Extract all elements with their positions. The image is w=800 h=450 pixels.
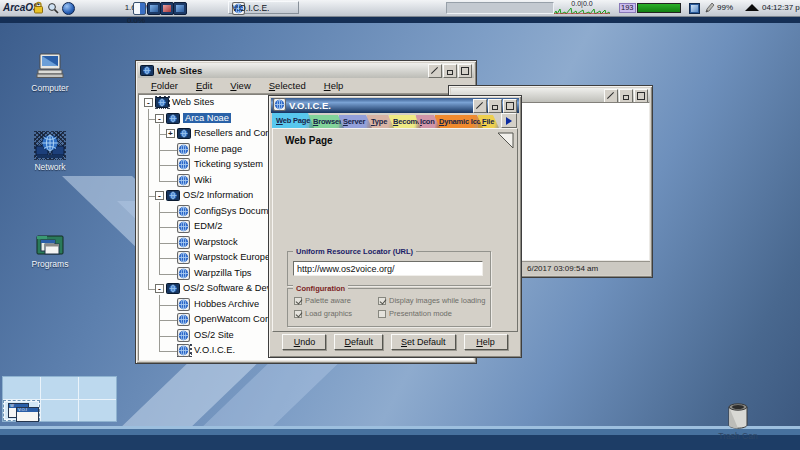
checkbox-display-images-while-loading[interactable]: Display images while loading — [378, 296, 485, 305]
dialog-button-set-default[interactable]: Set Default — [391, 334, 456, 350]
url-group-label: Uniform Resource Locator (URL) — [293, 247, 416, 256]
url-icon — [177, 174, 192, 187]
power-icon[interactable] — [62, 2, 75, 15]
tree-item-label: EDM/2 — [194, 221, 222, 231]
window-list-icon[interactable] — [133, 2, 146, 15]
tree-connector-line — [159, 181, 177, 182]
monitor-icon[interactable] — [160, 2, 174, 15]
tree-connector-line — [148, 289, 155, 290]
menu-view[interactable]: View — [221, 80, 259, 91]
desktop-icon-trash-can[interactable]: Trash Can — [708, 402, 768, 441]
minimize-button[interactable] — [488, 99, 502, 113]
tree-expander-plus-icon[interactable]: + — [166, 129, 175, 138]
tree-item-label: OS/2 Information — [183, 190, 253, 200]
url-icon — [177, 298, 192, 311]
tree-connector-line — [159, 258, 177, 259]
tab-dynamic-icon[interactable]: Dynamic Icon — [435, 115, 483, 128]
window-controls — [604, 89, 648, 103]
taskbar-window-button-label: V.O.I.C.E. — [232, 3, 269, 13]
menu-help[interactable]: Help — [315, 80, 353, 91]
tree-item-label: Home page — [194, 144, 242, 154]
memory-usage-bar[interactable] — [637, 3, 681, 13]
maximize-button[interactable] — [503, 99, 517, 113]
desktop-icon-label: Computer — [31, 83, 68, 93]
eject-icon[interactable] — [745, 4, 759, 11]
dialog-button-default[interactable]: Default — [334, 334, 383, 350]
monitor-icon[interactable] — [147, 2, 161, 15]
maximize-button[interactable] — [634, 89, 648, 103]
configuration-group-label: Configuration — [293, 284, 348, 293]
checkbox-label: Load graphics — [305, 309, 352, 318]
url-icon — [177, 236, 192, 249]
desktop-icon-computer[interactable]: Computer — [22, 52, 78, 93]
web-page-tab-panel: Web Page Uniform Resource Locator (URL) … — [272, 128, 518, 332]
minimize-button[interactable] — [443, 64, 457, 78]
menu-edit[interactable]: Edit — [187, 80, 221, 91]
tree-item-label: Hobbes Archive — [194, 299, 259, 309]
checkbox-label: Display images while loading — [389, 296, 485, 305]
hide-button[interactable] — [473, 99, 487, 113]
url-icon — [177, 267, 192, 280]
web-folder-icon — [166, 282, 181, 295]
pager-cell[interactable] — [41, 400, 78, 422]
desktop-icon-label: Trash Can — [718, 431, 757, 441]
configuration-checkboxes: Palette awareDisplay images while loadin… — [294, 296, 485, 318]
url-icon — [273, 97, 286, 115]
web-folder-icon — [166, 112, 181, 125]
checkbox-palette-aware[interactable]: Palette aware — [294, 296, 378, 305]
network-traffic-graph[interactable]: 0.0|0.0 — [554, 0, 610, 15]
url-icon — [177, 158, 192, 171]
web-sites-title-bar[interactable]: Web Sites — [138, 63, 474, 78]
memory-value-badge[interactable]: 193 — [619, 3, 636, 13]
pager-cell[interactable] — [79, 400, 116, 422]
hide-button[interactable] — [428, 64, 442, 78]
dialog-buttons: UndoDefaultSet DefaultHelp — [269, 334, 521, 350]
taskbar-window-button-v-o-i-c-e[interactable]: V.O.I.C.E. — [228, 1, 299, 14]
dialog-button-undo[interactable]: Undo — [282, 334, 326, 350]
tab-web-page[interactable]: Web Page — [272, 113, 314, 128]
dialog-button-help[interactable]: Help — [464, 334, 508, 350]
tree-expander-minus-icon[interactable]: - — [155, 114, 164, 123]
checkbox-presentation-mode[interactable]: Presentation mode — [378, 309, 485, 318]
tree-item-label: Warpstock Europe — [194, 252, 270, 262]
desktop-icon-programs[interactable]: Programs — [22, 231, 78, 269]
tab-scroll-right-button[interactable] — [501, 113, 517, 128]
url-icon — [177, 251, 192, 264]
pager-cell-active[interactable]: W V.O.I — [3, 400, 40, 422]
url-icon — [177, 143, 192, 156]
page-title: Web Page — [285, 135, 333, 146]
tree-connector-line — [159, 150, 177, 151]
url-icon — [177, 205, 192, 218]
maximize-button[interactable] — [458, 64, 472, 78]
tree-expander-minus-icon[interactable]: - — [155, 284, 164, 293]
menu-folder[interactable]: Folder — [142, 80, 187, 91]
menu-selected[interactable]: Selected — [260, 80, 315, 91]
desktop-icon-label: Network — [34, 162, 65, 172]
desktop-icon-network[interactable]: Network — [22, 131, 78, 172]
tree-connector-line — [159, 227, 177, 228]
tree-expander-minus-icon[interactable]: - — [155, 191, 164, 200]
hide-button[interactable] — [604, 89, 618, 103]
url-input[interactable] — [293, 261, 483, 276]
voice-title-bar[interactable]: V.O.I.C.E. — [271, 98, 519, 113]
tree-connector-line — [159, 305, 177, 306]
tree-connector-line — [148, 119, 155, 120]
minimize-button[interactable] — [619, 89, 633, 103]
tab-browser[interactable]: Browser — [309, 115, 344, 128]
checkbox-load-graphics[interactable]: Load graphics — [294, 309, 378, 318]
monitor-icon[interactable] — [173, 2, 187, 15]
pager-cell[interactable] — [3, 377, 40, 399]
taskbar-clock[interactable]: 04:12:37 pm — [762, 3, 800, 12]
page-turn-corner-icon[interactable] — [497, 132, 514, 149]
pager-cell[interactable] — [41, 377, 78, 399]
pager-cell[interactable] — [79, 377, 116, 399]
url-icon — [177, 220, 192, 233]
tree-expander-minus-icon[interactable]: - — [144, 98, 153, 107]
tray-monitor-icon[interactable] — [689, 3, 700, 14]
tree-item-label: Wiki — [194, 175, 212, 185]
pager-mini-window[interactable]: V.O.I — [16, 407, 39, 422]
checked-checkbox-icon — [294, 310, 302, 318]
tree-connector-line — [159, 320, 177, 321]
web-folder-icon — [140, 62, 154, 80]
tree-item-label: Arca Noae — [183, 113, 231, 123]
